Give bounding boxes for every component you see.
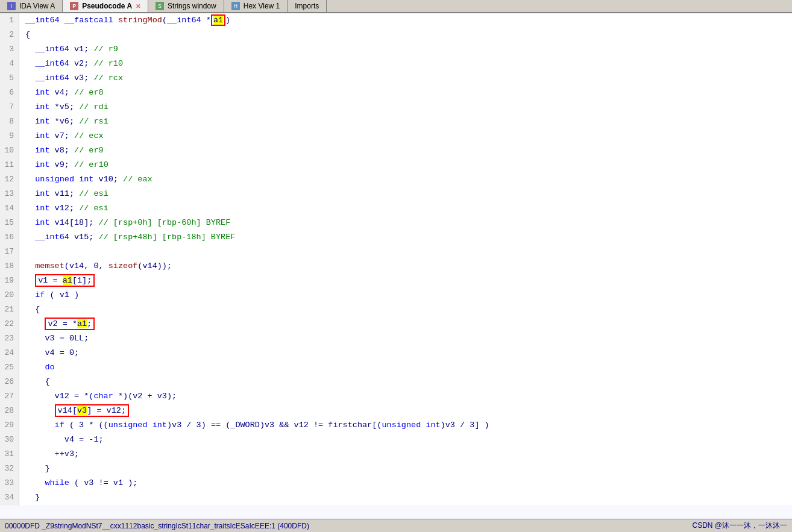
code-line-content: __int64 v3; // rcx (19, 71, 123, 86)
table-row: 4 __int64 v2; // r10 (0, 57, 792, 71)
table-row: 11 int v9; // er10 (0, 158, 792, 172)
line-number: 15 (0, 216, 19, 230)
line-number: 30 (0, 433, 19, 447)
code-line-content: v1 = a1[1]; (19, 274, 95, 288)
code-line-content: { (19, 28, 30, 42)
table-row: 34 } (0, 490, 792, 505)
table-row: 17 (0, 245, 792, 259)
line-number: 31 (0, 447, 19, 462)
code-line-content: { (19, 302, 40, 317)
table-row: 29 if ( 3 * ((unsigned int)v3 / 3) == (_… (0, 418, 792, 433)
line-number: 12 (0, 172, 19, 187)
line-number: 18 (0, 259, 19, 274)
line-number: 2 (0, 28, 19, 42)
tab-icon-hex: H (231, 2, 240, 10)
tab-strings-window[interactable]: S Strings window (148, 0, 224, 12)
code-line-content: v4 = 0; (19, 346, 79, 360)
code-line-content: int v14[18]; // [rsp+0h] [rbp-60h] BYREF (19, 216, 230, 230)
tab-icon-pseudo: P (70, 2, 78, 10)
table-row: 16 __int64 v15; // [rsp+48h] [rbp-18h] B… (0, 230, 792, 245)
line-number: 20 (0, 288, 19, 302)
line-number: 24 (0, 346, 19, 360)
code-line-content: v2 = *a1; (19, 317, 95, 331)
code-line-content: int v12; // esi (19, 201, 108, 216)
tab-bar: I IDA View A P Pseudocode A ✕ S Strings … (0, 0, 792, 13)
table-row: 5 __int64 v3; // rcx (0, 71, 792, 86)
tab-ida-view-a[interactable]: I IDA View A (0, 0, 63, 12)
table-row: 2 { (0, 28, 792, 42)
line-number: 6 (0, 86, 19, 100)
line-number: 16 (0, 230, 19, 245)
tab-close-pseudo[interactable]: ✕ (136, 3, 140, 10)
table-row: 9 int v7; // ecx (0, 129, 792, 143)
table-row: 27 v12 = *(char *)(v2 + v3); (0, 389, 792, 404)
line-number: 25 (0, 360, 19, 375)
table-row: 30 v4 = -1; (0, 433, 792, 447)
line-number: 19 (0, 274, 19, 288)
table-row: 13 int v11; // esi (0, 187, 792, 201)
line-number: 21 (0, 302, 19, 317)
code-line-content: while ( v3 != v1 ); (19, 476, 137, 490)
code-line-content: v3 = 0LL; (19, 331, 89, 346)
tab-label-hex: Hex View 1 (244, 2, 280, 10)
table-row: 3 __int64 v1; // r9 (0, 42, 792, 57)
code-line-content: int v8; // er9 (19, 143, 104, 158)
tab-icon-ida: I (7, 2, 16, 10)
table-row: 20 if ( v1 ) (0, 288, 792, 302)
code-line-content: v14[v3] = v12; (19, 404, 129, 418)
code-line-content: int v11; // esi (19, 187, 108, 201)
line-number: 17 (0, 245, 19, 259)
code-line-content: __int64 v2; // r10 (19, 57, 123, 71)
table-row: 10 int v8; // er9 (0, 143, 792, 158)
tab-icon-strings: S (156, 2, 164, 10)
table-row: 24 v4 = 0; (0, 346, 792, 360)
table-row: 19 v1 = a1[1]; (0, 274, 792, 288)
code-line-content: else (19, 505, 55, 505)
table-row: 15 int v14[18]; // [rsp+0h] [rbp-60h] BY… (0, 216, 792, 230)
tab-label-strings: Strings window (168, 2, 216, 10)
line-number: 29 (0, 418, 19, 433)
table-row: 33 while ( v3 != v1 ); (0, 476, 792, 490)
line-number: 28 (0, 404, 19, 418)
table-row: 18 memset(v14, 0, sizeof(v14)); (0, 259, 792, 274)
tab-pseudocode-a[interactable]: P Pseudocode A ✕ (63, 0, 148, 12)
status-right-text: CSDN @沐一一沐，一沐沐一 (692, 521, 787, 531)
tab-hex-view[interactable]: H Hex View 1 (224, 0, 288, 12)
tab-label-imports: Imports (295, 2, 319, 10)
line-number: 23 (0, 331, 19, 346)
line-number: 27 (0, 389, 19, 404)
line-number: 1 (0, 13, 19, 28)
code-line-content: if ( 3 * ((unsigned int)v3 / 3) == (_DWO… (19, 418, 489, 433)
table-row: 21 { (0, 302, 792, 317)
code-line-content (19, 245, 30, 259)
line-number: 3 (0, 42, 19, 57)
line-number: 13 (0, 187, 19, 201)
tab-imports[interactable]: Imports (288, 0, 327, 12)
status-bar: 00000DFD _Z9stringModNSt7__cxx1112basic_… (0, 519, 792, 532)
line-number: 33 (0, 476, 19, 490)
tab-label-ida: IDA View A (19, 2, 55, 10)
table-row: 6 int v4; // er8 (0, 86, 792, 100)
line-number: 32 (0, 462, 19, 476)
table-row: 22 v2 = *a1; (0, 317, 792, 331)
table-row: 35 else (0, 505, 792, 505)
line-number: 34 (0, 490, 19, 505)
code-area: 1 __int64 __fastcall stringMod(__int64 *… (0, 13, 792, 505)
table-row: 8 int *v6; // rsi (0, 114, 792, 129)
line-number: 7 (0, 100, 19, 114)
status-left-text: 00000DFD _Z9stringModNSt7__cxx1112basic_… (5, 522, 309, 530)
code-line-content: __int64 v15; // [rsp+48h] [rbp-18h] BYRE… (19, 230, 235, 245)
table-row: 23 v3 = 0LL; (0, 331, 792, 346)
tab-label-pseudo: Pseudocode A (82, 2, 132, 10)
table-row: 26 { (0, 375, 792, 389)
table-row: 31 ++v3; (0, 447, 792, 462)
code-line-content: { (19, 375, 50, 389)
code-line-content: int *v6; // rsi (19, 114, 108, 129)
line-number: 9 (0, 129, 19, 143)
line-number: 14 (0, 201, 19, 216)
code-line-content: do (19, 360, 55, 375)
line-number: 4 (0, 57, 19, 71)
code-line-content: v12 = *(char *)(v2 + v3); (19, 389, 177, 404)
code-line-content: __int64 __fastcall stringMod(__int64 *a1… (19, 13, 230, 28)
code-line-content: } (19, 490, 40, 505)
